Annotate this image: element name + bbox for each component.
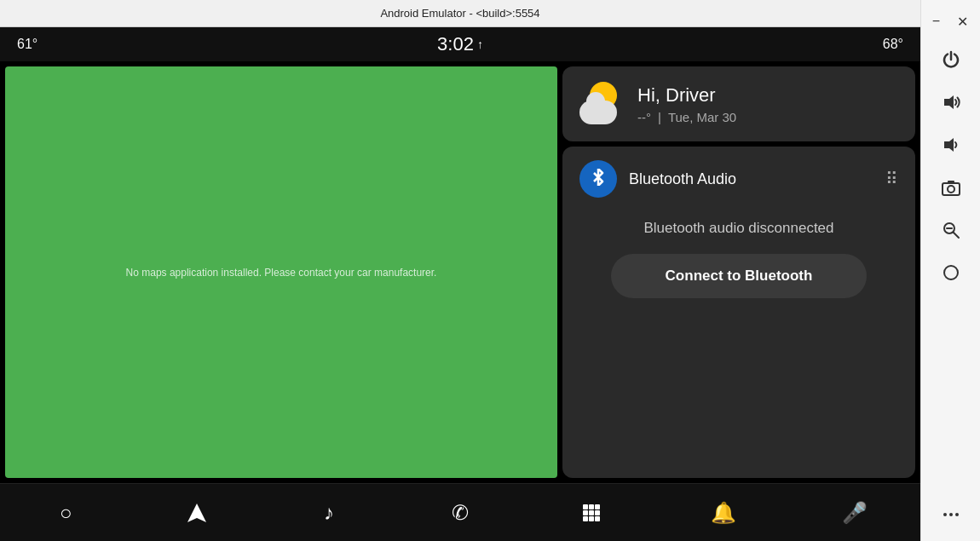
svg-point-21	[955, 513, 959, 516]
more-options-button[interactable]	[931, 495, 971, 534]
svg-rect-3	[595, 504, 600, 509]
status-bar: 61° 3:02 ↑ 68°	[0, 27, 920, 61]
right-panel: Hi, Driver --° | Tue, Mar 30	[562, 61, 920, 483]
nav-voice-icon[interactable]: 🎤	[833, 492, 876, 534]
title-bar-text: Android Emulator - <build>:5554	[380, 7, 539, 20]
toolbar-top-row: − ✕	[921, 7, 980, 37]
bluetooth-header: Bluetooth Audio ⠿	[579, 160, 898, 198]
minimize-button[interactable]: −	[925, 10, 947, 33]
volume-up-button[interactable]	[931, 83, 971, 122]
svg-rect-14	[948, 181, 954, 183]
nav-navigation-icon[interactable]	[176, 492, 218, 534]
svg-line-16	[953, 233, 959, 239]
bluetooth-icon	[590, 169, 607, 190]
nav-music-icon[interactable]: ♪	[308, 492, 350, 534]
temp-left: 61°	[17, 37, 37, 52]
bluetooth-title: Bluetooth Audio	[629, 170, 736, 188]
bluetooth-status: Bluetooth audio disconnected	[579, 220, 898, 237]
svg-rect-8	[589, 516, 594, 521]
svg-marker-11	[944, 138, 954, 152]
bluetooth-title-row: Bluetooth Audio	[579, 160, 736, 198]
greeting-name: Hi, Driver	[637, 84, 736, 106]
svg-rect-9	[595, 516, 600, 521]
bluetooth-grid-icon[interactable]: ⠿	[885, 169, 898, 189]
svg-rect-6	[595, 510, 600, 515]
main-content: No maps application installed. Please co…	[0, 61, 920, 483]
greeting-weather-date: --° | Tue, Mar 30	[637, 110, 736, 124]
greeting-date: Tue, Mar 30	[668, 110, 736, 124]
zoom-button[interactable]	[931, 210, 971, 250]
weather-icon	[579, 82, 624, 126]
greeting-separator: |	[658, 110, 661, 124]
title-bar: Android Emulator - <build>:5554	[0, 0, 920, 27]
status-bar-center: 3:02 ↑	[437, 33, 483, 55]
close-button[interactable]: ✕	[950, 10, 975, 33]
svg-rect-1	[583, 504, 588, 509]
svg-point-20	[949, 513, 953, 516]
greeting-card: Hi, Driver --° | Tue, Mar 30	[562, 66, 915, 141]
cloud-icon	[579, 101, 617, 124]
nav-phone-icon[interactable]: ✆	[439, 492, 481, 534]
nav-notifications-icon[interactable]: 🔔	[702, 492, 745, 534]
map-message: No maps application installed. Please co…	[109, 250, 454, 296]
greeting-text: Hi, Driver --° | Tue, Mar 30	[637, 84, 736, 124]
bluetooth-icon-circle	[579, 160, 617, 198]
bluetooth-card: Bluetooth Audio ⠿ Bluetooth audio discon…	[562, 147, 915, 478]
map-area: No maps application installed. Please co…	[5, 66, 557, 478]
circle-button[interactable]	[931, 253, 971, 292]
connect-bluetooth-button[interactable]: Connect to Bluetooth	[611, 254, 866, 298]
signal-icon: ↑	[477, 37, 483, 51]
svg-rect-7	[583, 516, 588, 521]
android-screen: 61° 3:02 ↑ 68° No maps application insta…	[0, 27, 920, 541]
nav-home-icon[interactable]: ○	[44, 492, 87, 534]
bottom-nav: ○ ♪ ✆	[0, 483, 920, 541]
greeting-temp: --°	[637, 110, 651, 124]
time-display: 3:02	[437, 33, 474, 55]
svg-rect-4	[583, 510, 588, 515]
svg-point-19	[943, 513, 947, 516]
nav-apps-icon[interactable]	[570, 492, 613, 534]
svg-rect-5	[589, 510, 594, 515]
camera-button[interactable]	[931, 168, 971, 207]
power-button[interactable]	[931, 40, 971, 79]
svg-marker-0	[187, 504, 206, 522]
svg-point-13	[948, 186, 954, 193]
right-toolbar: − ✕	[920, 0, 980, 541]
svg-point-18	[944, 266, 958, 279]
volume-down-button[interactable]	[931, 125, 971, 164]
svg-rect-2	[589, 504, 594, 509]
temp-right: 68°	[883, 37, 903, 52]
svg-marker-10	[944, 95, 954, 109]
